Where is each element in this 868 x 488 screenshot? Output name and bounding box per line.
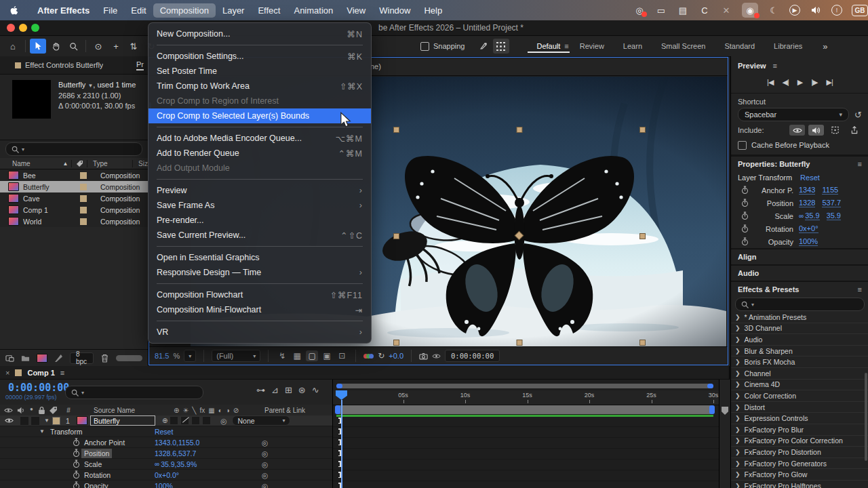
show-snapshot-icon[interactable] [432,352,441,361]
workspace-tab-small-screen[interactable]: Small Screen [652,39,715,53]
stopwatch-icon[interactable] [738,199,751,207]
stopwatch-icon[interactable] [738,211,751,220]
menu-item-composition-flowchart[interactable]: Composition Flowchart⇧⌘F11 [149,287,371,302]
properties-panel-header[interactable]: Properties: Butterfly ≡ [731,157,868,171]
effects-category-fxfactory-pro-halftones[interactable]: ❯FxFactory Pro Halftones [731,481,868,488]
new-folder-icon[interactable] [21,354,30,363]
menubar-item-animation[interactable]: Animation [287,3,340,18]
include-video-eye-icon[interactable] [789,125,805,136]
layer-name-field[interactable]: Butterfly [90,415,155,426]
property-value[interactable]: 100% [799,237,818,246]
workspace-tab-libraries[interactable]: Libraries [764,39,812,53]
effects-category-distort[interactable]: ❯Distort [731,402,868,413]
timeline-track-area[interactable]: 0s05s10s15s20s25s30s [332,380,719,488]
zoom-dropdown[interactable]: ▾ [184,350,196,362]
layer-expander-chevron[interactable]: ▼ [44,418,50,424]
region-of-interest-icon[interactable]: ▢ [306,350,318,361]
play-circle-icon[interactable]: ▶ [789,5,800,16]
timeline-search-input[interactable]: ▾ [65,386,203,399]
tab-project[interactable]: Pr [136,60,144,70]
graph-editor-icon[interactable]: ∿ [312,385,319,395]
menu-item-pre-render[interactable]: Pre-render... [149,213,371,228]
timeline-prop-value[interactable]: 35.9,35.9% [161,460,197,468]
panel-menu-icon[interactable]: ≡ [858,160,862,168]
quality-switch[interactable] [180,416,189,425]
panel-scrollbar[interactable] [116,355,142,361]
roto-box-icon[interactable] [493,39,509,54]
menu-item-add-to-adobe-media-encoder-queue[interactable]: Add to Adobe Media Encoder Queue...⌥⌘M [149,131,371,146]
exposure-value[interactable]: +0.0 [389,352,403,360]
motion-blur-icon[interactable]: ⊛ [298,385,306,395]
lock-icon[interactable] [37,406,46,415]
preview-panel-header[interactable]: Preview ≡ [731,58,868,73]
close-icon[interactable]: × [5,369,9,377]
timeline-prop-rotation[interactable]: Rotation0x+0.0°◎ [0,470,332,481]
parent-link-column[interactable]: Parent & Link [248,407,305,414]
timeline-prop-opacity[interactable]: Opacity100%◎ [0,481,332,488]
timeline-prop-name[interactable]: Scale [81,460,155,468]
timeline-prop-name[interactable]: Opacity [81,482,155,488]
include-audio-speaker-icon[interactable] [808,125,824,136]
timeline-horizontal-scrollbar[interactable] [336,384,713,388]
selection-tool[interactable] [30,39,46,54]
property-value[interactable]: 0x+0° [799,224,818,233]
next-frame-icon[interactable]: |▶ [811,78,817,87]
effects-search-input[interactable]: ▾ [735,298,865,311]
menubar-item-composition[interactable]: Composition [153,3,216,18]
eye-icon[interactable] [4,406,13,415]
include-overlays-icon[interactable] [827,125,843,136]
reset-shortcut-icon[interactable]: ↺ [854,110,862,120]
workspace-menu-icon[interactable]: ≡ [564,42,568,50]
label-column-icon[interactable] [46,406,60,415]
timeline-prop-position[interactable]: Position1328.6,537.7◎ [0,448,332,459]
snapshot-camera-icon[interactable] [419,352,428,361]
frame-blend-icon[interactable]: ⊞ [285,385,292,395]
zoom-window-button[interactable] [31,24,39,32]
effects-category-color-correction[interactable]: ❯Color Correction [731,390,868,402]
menu-item-add-to-render-queue[interactable]: Add to Render Queue⌃⌘M [149,146,371,161]
timeline-comp-tab[interactable]: Comp 1 [27,369,54,377]
quality-icon[interactable]: ◑ [226,407,230,414]
property-value[interactable]: 1155 [822,186,838,195]
comp-region-icon[interactable]: ⊡ [336,350,348,361]
label-color-swatch[interactable] [80,218,87,225]
effects-category-fxfactory-pro-blur[interactable]: ❯FxFactory Pro Blur [731,424,868,436]
property-value[interactable]: 1343 [799,186,815,195]
previous-frame-icon[interactable]: ◀| [782,78,788,87]
timeline-prop-value[interactable]: 1328.6,537.7 [155,449,196,458]
stopwatch-icon[interactable] [738,224,751,233]
label-color-swatch[interactable] [80,172,87,179]
volume-icon[interactable] [810,4,822,16]
shy-icon[interactable]: ⊕ [174,407,179,414]
label-color-swatch[interactable] [80,207,87,214]
workspace-tab-learn[interactable]: Learn [614,39,652,53]
mask-visibility-icon[interactable]: ▣ [321,350,333,361]
project-row-bee[interactable]: BeeComposition [0,169,148,181]
resolution-dropdown[interactable]: (Full) ▾ [212,350,260,362]
column-label-icon[interactable] [71,160,87,167]
zoom-value[interactable]: 81.5 [155,352,169,360]
stopwatch-icon[interactable] [71,449,81,458]
cache-before-playback-checkbox[interactable] [738,141,747,150]
chrome-icon[interactable]: C [698,4,711,16]
time-ruler[interactable]: 0s05s10s15s20s25s30s [333,390,719,405]
moon-icon[interactable]: ☾ [768,4,780,16]
menu-item-set-poster-time[interactable]: Set Poster Time [149,64,371,79]
viewer-timecode[interactable]: 0:00:00:00 [445,350,500,362]
stopwatch-icon[interactable] [738,186,751,195]
layer-audio-toggle[interactable] [20,416,29,426]
timeline-prop-scale[interactable]: Scale∞ 35.9,35.9%◎ [0,459,332,470]
layer-visibility-eye-icon[interactable] [0,416,14,425]
mute-icon[interactable]: ⊘ [233,407,239,414]
property-value[interactable]: 35.9 [827,211,841,220]
menu-item-crop-comp-to-selected-layer-s-bounds[interactable]: Crop Comp to Selected Layer(s) Bounds [149,108,371,123]
parent-pickwhip-icon[interactable]: ◎ [220,417,226,425]
workspace-tab-review[interactable]: Review [570,39,614,53]
home-tool[interactable]: ⌂ [5,39,21,54]
pan-tool[interactable]: + [108,39,124,54]
label-color-swatch[interactable] [80,195,87,202]
stroke-icon[interactable]: ╲ [192,407,196,414]
comp-flowchart-icon[interactable]: ⊶ [256,385,265,395]
project-row-cave[interactable]: CaveComposition [0,192,148,204]
trash-icon[interactable] [100,354,109,363]
